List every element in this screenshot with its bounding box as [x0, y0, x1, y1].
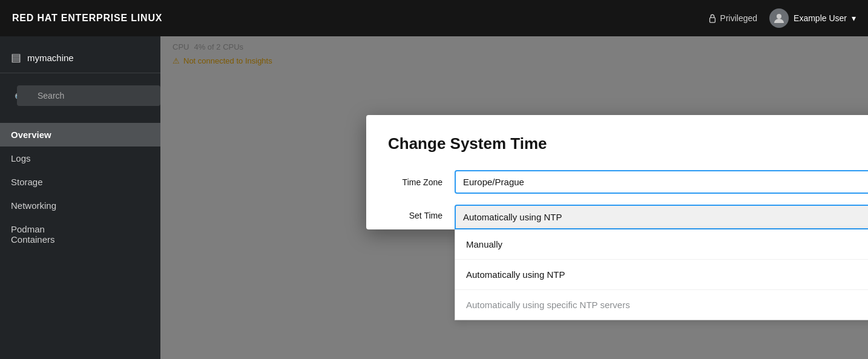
change-system-time-modal: Change System Time Time Zone ✕ Set Time … [366, 115, 868, 229]
modal-title: Change System Time [388, 134, 868, 153]
dropdown-item-manually[interactable]: Manually [455, 229, 868, 260]
topbar-right: Privileged Example User ▾ [708, 8, 856, 28]
svg-rect-0 [709, 18, 715, 22]
set-time-dropdown-menu: Manually Automatically using NTP Automat… [455, 229, 868, 320]
dropdown-item-ntp[interactable]: Automatically using NTP [455, 260, 868, 290]
content-area: CPU 4% of 2 CPUs ⚠ Not connected to Insi… [160, 36, 868, 359]
set-time-label: Set Time [388, 205, 442, 220]
sidebar-item-podman[interactable]: PodmanContainers [0, 217, 160, 251]
set-time-dropdown-wrapper: Automatically using NTP ▼ Manually Autom… [455, 205, 868, 229]
search-wrapper: 🔍 [8, 81, 152, 114]
user-label: Example User [794, 13, 847, 23]
main-layout: ▤ mymachine 🔍 Overview Logs Storage Netw… [0, 36, 868, 359]
server-icon: ▤ [11, 51, 21, 64]
timezone-control: ✕ [455, 170, 868, 194]
sidebar-item-storage[interactable]: Storage [0, 170, 160, 194]
machine-name: mymachine [27, 53, 74, 63]
user-dropdown-arrow: ▾ [852, 13, 856, 23]
timezone-row: Time Zone ✕ [388, 170, 868, 194]
timezone-label: Time Zone [388, 177, 442, 187]
machine-label: ▤ mymachine [0, 42, 160, 73]
svg-point-1 [777, 14, 781, 19]
dropdown-item-specific-ntp: Automatically using specific NTP servers [455, 290, 868, 320]
set-time-select-container: Automatically using NTP ▼ [455, 205, 868, 229]
lock-icon [708, 13, 717, 23]
set-time-row: Set Time Automatically using NTP ▼ Manua… [388, 205, 868, 229]
privileged-indicator: Privileged [708, 13, 757, 23]
set-time-select[interactable]: Automatically using NTP [455, 205, 868, 229]
privileged-label: Privileged [720, 13, 757, 23]
sidebar-item-overview[interactable]: Overview [0, 123, 160, 147]
app-title: RED HAT ENTERPRISE LINUX [12, 13, 162, 24]
timezone-input[interactable] [455, 170, 868, 194]
search-input[interactable] [17, 85, 160, 106]
sidebar-item-logs[interactable]: Logs [0, 147, 160, 170]
avatar [769, 8, 789, 28]
topbar: RED HAT ENTERPRISE LINUX Privileged Exam… [0, 0, 868, 36]
sidebar-item-networking[interactable]: Networking [0, 194, 160, 217]
sidebar: ▤ mymachine 🔍 Overview Logs Storage Netw… [0, 36, 160, 359]
user-menu[interactable]: Example User ▾ [769, 8, 856, 28]
